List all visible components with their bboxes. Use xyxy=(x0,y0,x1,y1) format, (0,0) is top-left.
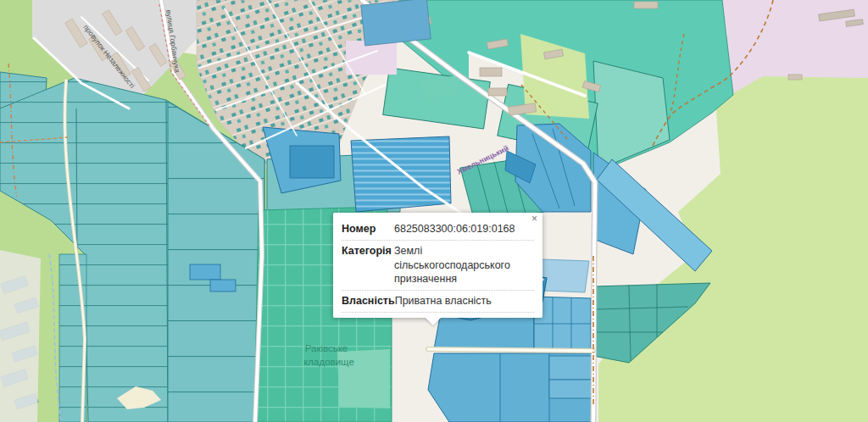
industrial-yard-gray xyxy=(0,250,41,422)
parcel-blue-small[interactable] xyxy=(190,264,220,280)
popup-value-number: 6825083300:06:019:0168 xyxy=(394,222,534,236)
parcel-blue-sub[interactable] xyxy=(549,356,592,380)
map-canvas[interactable]: провулок Незалежності вулиця Горбанчука … xyxy=(0,0,868,422)
parcel-blue-small[interactable] xyxy=(210,280,236,292)
popup-row-category: Категорія Землі сільськогосподарського п… xyxy=(342,241,534,291)
parcel-blue[interactable] xyxy=(534,297,591,349)
parcel-greenhouse[interactable] xyxy=(351,136,451,212)
parcel-blue-sub[interactable] xyxy=(549,380,592,398)
parcel-info-popup: × Номер 6825083300:06:019:0168 Категорія… xyxy=(333,213,542,318)
popup-row-ownership: Власність Приватна власність xyxy=(342,291,534,313)
popup-value-category: Землі сільськогосподарського призначення xyxy=(394,244,534,286)
popup-label-number: Номер xyxy=(342,222,394,236)
popup-row-number: Номер 6825083300:06:019:0168 xyxy=(342,219,534,241)
popup-pointer-tip xyxy=(425,317,442,325)
popup-label-category: Категорія xyxy=(342,244,394,286)
cemetery-label-line1: Раківське xyxy=(305,343,348,353)
pink-patch-village xyxy=(346,41,397,75)
close-icon[interactable]: × xyxy=(531,214,537,224)
popup-label-ownership: Власність xyxy=(342,294,395,308)
map-screen: провулок Незалежності вулиця Горбанчука … xyxy=(0,0,868,422)
track xyxy=(428,349,593,351)
popup-value-ownership: Приватна власність xyxy=(395,294,534,308)
parcel-blue-dark[interactable] xyxy=(290,146,334,178)
cemetery-label-line2: кладовище xyxy=(303,357,354,367)
